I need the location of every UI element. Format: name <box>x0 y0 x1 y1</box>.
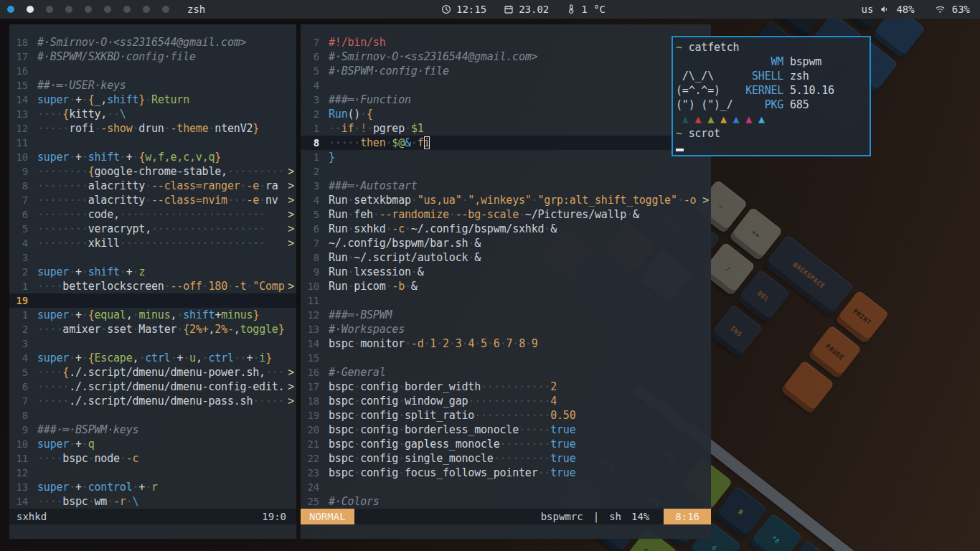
code-line[interactable]: 14····bspc·wm·-r·\ <box>9 494 296 509</box>
workspace-dot-occupied[interactable] <box>27 6 34 13</box>
floating-terminal[interactable]: ~ catfetch WM bspwm /\_/\ SHELL zsh(=^.^… <box>672 36 871 156</box>
code-line[interactable]: 23bspc·config·focus_follows_pointer··tru… <box>301 466 711 480</box>
code-line[interactable]: 6#·Smirnov-O·<ss2316544@gmail.com> <box>301 50 711 64</box>
code-line[interactable]: 15##·═·USER·keys <box>9 78 296 93</box>
wifi-icon[interactable] <box>935 4 946 14</box>
code-line[interactable]: 14bspc·monitor·-d·1·2·3·4·5·6·7·8·9 <box>301 336 711 351</box>
workspace-dot-focused[interactable] <box>7 6 14 13</box>
code-line[interactable]: 11····bspc·node·-c <box>9 451 296 466</box>
code-line[interactable]: 13super·+·control·+·r <box>9 480 296 494</box>
code-line[interactable]: 10super·+·q <box>9 437 296 451</box>
code-line[interactable]: 6········code,·······················> <box>9 207 296 222</box>
code-line[interactable]: 11 <box>301 293 711 308</box>
code-line[interactable]: 10Run·picom·-b·& <box>301 279 711 293</box>
code-line[interactable]: 12·····rofi·-show·drun·-theme·ntenV2} <box>9 121 296 136</box>
code-line[interactable]: 17#·BSPWM/SXKBD·config·file <box>9 50 296 64</box>
code-line[interactable]: 4Run·setxkbmap·"us,ua"·",winkeys"·"grp:a… <box>301 193 711 207</box>
code-line[interactable]: 7~/.config/bspwm/bar.sh·& <box>301 236 711 250</box>
code-line[interactable]: 5····{./.script/dmenu/dmenu-power.sh,···… <box>9 365 296 380</box>
code-line[interactable]: 1} <box>301 150 711 164</box>
code-line-current[interactable]: 19 <box>9 293 296 308</box>
wifi-level[interactable]: 63% <box>952 4 970 15</box>
code-line[interactable]: 15 <box>301 351 711 365</box>
code-line[interactable]: 1····betterlockscreen·--off·180·-t·"Comp… <box>9 279 296 293</box>
line-number: 6 <box>301 50 329 64</box>
statusline-separator: | <box>593 511 599 522</box>
code-line[interactable]: 22bspc·config·single_monocle·········tru… <box>301 451 711 466</box>
code-line[interactable]: 10super·+·shift·+·{w,f,e,c,v,q} <box>9 150 296 164</box>
code-line[interactable]: 18bspc·config·window_gap·············4 <box>301 394 711 408</box>
code-line[interactable]: 9········{google-chrome-stable,·········… <box>9 164 296 179</box>
line-number: 7 <box>301 236 329 250</box>
code-line[interactable]: 12###═·BSPWM <box>301 308 711 322</box>
code-line[interactable]: 8 <box>9 408 296 423</box>
code-line[interactable]: 14super·+·{_,shift}·Return <box>9 93 296 107</box>
volume-icon[interactable] <box>880 4 890 14</box>
code-line[interactable]: 18#·Smirnov-O·<ss2316544@gmail.com> <box>9 35 296 50</box>
right-editor-buffer[interactable]: 7#!/bin/sh6#·Smirnov-O·<ss2316544@gmail.… <box>301 24 711 509</box>
code-line[interactable]: 12 <box>9 466 296 480</box>
code-line[interactable]: 17bspc·config·border_width···········2 <box>301 380 711 394</box>
code-line[interactable]: 25#·Colors <box>301 494 711 509</box>
left-editor-buffer[interactable]: 18#·Smirnov-O·<ss2316544@gmail.com>17#·B… <box>9 24 296 509</box>
code-line[interactable]: 8········alacritty·--class=ranger·-e·ra> <box>9 179 296 193</box>
code-line-current[interactable]: 8·····then·$@&·fi <box>301 136 711 150</box>
line-number: 10 <box>9 150 37 164</box>
line-number: 4 <box>301 193 329 207</box>
code-line[interactable]: 1··if·!·pgrep·$1 <box>301 121 711 136</box>
code-line[interactable]: 9###·═·BSPWM·keys <box>9 423 296 437</box>
keyboard-layout[interactable]: us <box>862 4 874 15</box>
code-line[interactable]: 5········veracrypt,··················> <box>9 222 296 236</box>
code-line[interactable]: 21bspc·config·gapless_monocle········tru… <box>301 437 711 451</box>
code-line[interactable]: 6·····./.script/dmenu/dmenu-config-edit.… <box>9 380 296 394</box>
workspace-dot-empty[interactable] <box>65 6 72 13</box>
code-line[interactable]: 2 <box>301 164 711 179</box>
line-number: 10 <box>301 279 329 293</box>
code-line[interactable]: 19bspc·config·split_ratio············0.5… <box>301 408 711 423</box>
line-number: 4 <box>301 78 329 93</box>
code-line[interactable]: 13····{kitty,··\ <box>9 107 296 121</box>
code-line[interactable]: 4 <box>301 78 711 93</box>
code-line[interactable]: 11 <box>9 136 296 150</box>
statusline-filetype: sh <box>609 511 621 522</box>
code-line[interactable]: 1super·+·{equal,·minus,·shift+minus} <box>9 308 296 322</box>
workspace-dot-empty[interactable] <box>123 6 131 13</box>
code-line[interactable]: 5#·BSPWM·config·file <box>301 64 711 78</box>
code-line[interactable]: 2super·+·shift·+·z <box>9 265 296 279</box>
code-line[interactable]: 13#·Workspaces <box>301 322 711 336</box>
line-number: 5 <box>9 222 37 236</box>
code-line[interactable]: 9Run·lxsession·& <box>301 265 711 279</box>
line-number: 5 <box>301 64 329 78</box>
code-line[interactable]: 3###═·Function <box>301 93 711 107</box>
line-number: 8 <box>9 408 37 423</box>
line-number: 1 <box>301 121 329 136</box>
volume-level[interactable]: 48% <box>896 4 914 15</box>
workspace-dot-empty[interactable] <box>85 6 92 13</box>
workspace-dot-empty[interactable] <box>143 6 150 13</box>
code-line[interactable]: 16#·General <box>301 365 711 380</box>
code-line[interactable]: 24 <box>301 480 711 494</box>
code-line[interactable]: 4super·+·{Escape,·ctrl·+·u,·ctrl··+·i} <box>9 351 296 365</box>
terminal-line: (=^.^=) KERNEL 5.10.16 <box>676 83 870 98</box>
code-line[interactable]: 20bspc·config·borderless_monocle·····tru… <box>301 423 711 437</box>
line-number: 8 <box>301 250 329 265</box>
code-line[interactable]: 6Run·sxhkd·-c·~/.config/bspwm/sxhkd·& <box>301 222 711 236</box>
code-line[interactable]: 2Run()·{ <box>301 107 711 121</box>
code-line[interactable]: 8Run·~/.script/autolock·& <box>301 250 711 265</box>
workspace-dot-empty[interactable] <box>162 6 169 13</box>
code-line[interactable]: 16 <box>9 64 296 78</box>
workspace-dot-empty[interactable] <box>46 6 53 13</box>
code-line[interactable]: 7········alacritty·--class=nvim···-e·nv> <box>9 193 296 207</box>
code-line[interactable]: 3###═·Autostart <box>301 179 711 193</box>
bar-right-module: us 48% 63% <box>862 0 980 19</box>
top-bar: zsh 12:15 23.02 1 °C us 48% 63% <box>0 0 980 19</box>
code-line[interactable]: 4········xkill·······················> <box>9 236 296 250</box>
line-number: 20 <box>301 423 329 437</box>
code-line[interactable]: 7·····./.script/dmenu/dmenu-pass.sh·····… <box>9 394 296 408</box>
code-line[interactable]: 5Run·feh·--randomize·--bg-scale·~/Pictur… <box>301 207 711 222</box>
code-line[interactable]: 3 <box>9 250 296 265</box>
workspace-dot-empty[interactable] <box>104 6 111 13</box>
code-line[interactable]: 2····amixer·sset·Master·{2%+,2%-,toggle} <box>9 322 296 336</box>
code-line[interactable]: 3 <box>9 336 296 351</box>
code-line[interactable]: 7#!/bin/sh <box>301 35 711 50</box>
